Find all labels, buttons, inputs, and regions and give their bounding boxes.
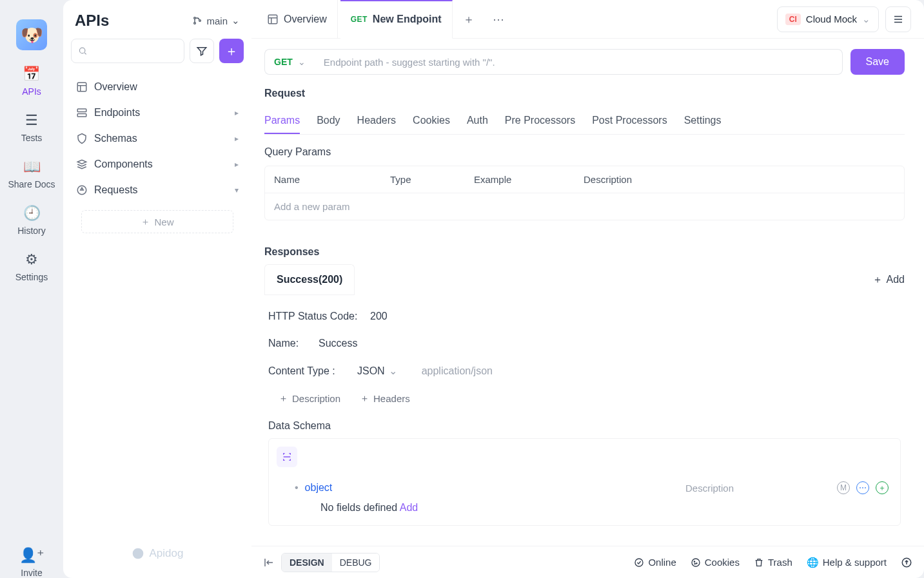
environment-selector[interactable]: Cl Cloud Mock ⌄ (777, 6, 879, 32)
mode-debug[interactable]: DEBUG (332, 554, 380, 572)
plus-icon: ＋ (360, 392, 369, 405)
gear-icon: ⚙ (25, 251, 38, 268)
response-tab-success[interactable]: Success(200) (264, 264, 355, 294)
response-name-label: Name: (268, 338, 307, 349)
req-tab-auth[interactable]: Auth (467, 108, 488, 134)
upload-circle-icon (901, 557, 912, 568)
add-button[interactable]: ＋ (219, 39, 244, 63)
rail-item-tests[interactable]: ☰ Tests (21, 112, 43, 143)
svg-rect-4 (77, 82, 86, 92)
filter-button[interactable] (190, 39, 214, 63)
status-code-value[interactable]: 200 (370, 311, 388, 322)
trash-icon (754, 557, 764, 568)
footer-label: Cookies (705, 557, 740, 568)
tab-add-button[interactable]: ＋ (455, 12, 482, 27)
schema-more-button[interactable]: ⋯ (856, 481, 869, 494)
main-panel: Overview GET New Endpoint ＋ ⋯ Cl Cloud M… (251, 0, 924, 578)
chevron-down-icon: ▾ (235, 186, 239, 195)
invite-icon: 👤⁺ (19, 547, 44, 564)
brand-name: Apidog (150, 547, 184, 560)
svg-rect-9 (268, 15, 277, 24)
tree-item-endpoints[interactable]: Endpoints ▸ (71, 102, 244, 124)
tree-search-input[interactable] (88, 46, 178, 56)
search-icon (78, 46, 88, 56)
tree-new-label: New (154, 217, 173, 227)
plus-icon: ＋ (225, 43, 238, 60)
svg-point-8 (132, 548, 143, 559)
rail-item-history[interactable]: 🕘 History (17, 205, 46, 236)
schema-empty-state: No fields defined Add (269, 498, 900, 525)
req-tab-cookies[interactable]: Cookies (413, 108, 450, 134)
req-tab-settings[interactable]: Settings (684, 108, 722, 134)
add-response-button[interactable]: ＋ Add (872, 273, 905, 287)
response-name-value[interactable]: Success (319, 338, 357, 349)
tab-label: Overview (284, 14, 327, 25)
col-example: Example (474, 174, 584, 185)
mode-design[interactable]: DESIGN (282, 554, 332, 572)
requests-icon (76, 184, 88, 196)
schema-mock-button[interactable]: M (837, 481, 850, 494)
workspace-avatar[interactable]: 🐶 (16, 19, 47, 50)
req-tab-postproc[interactable]: Post Processors (592, 108, 667, 134)
rail-item-invite[interactable]: 👤⁺ Invite (19, 547, 44, 578)
footer-notifications-button[interactable] (901, 557, 912, 568)
schema-description-input[interactable]: Description (685, 483, 734, 494)
rail-item-sharedocs[interactable]: 📖 Share Docs (8, 159, 55, 189)
save-button[interactable]: Save (850, 49, 905, 75)
env-label: Cloud Mock (806, 14, 857, 24)
menu-button[interactable] (885, 6, 911, 32)
apis-icon: 📅 (23, 66, 40, 82)
footer-online[interactable]: Online (634, 557, 676, 568)
schema-root-type[interactable]: object (305, 482, 333, 494)
branch-selector[interactable]: main ⌄ (192, 15, 240, 26)
content-type-selector[interactable]: JSON ⌄ (357, 365, 397, 377)
svg-point-13 (696, 563, 696, 563)
tree-item-requests[interactable]: Requests ▾ (71, 179, 244, 201)
nav-rail: 🐶 📅 APIs ☰ Tests 📖 Share Docs 🕘 History … (0, 0, 63, 578)
svg-point-0 (194, 17, 196, 19)
mode-segment: DESIGN DEBUG (281, 553, 380, 572)
add-description-button[interactable]: ＋ Description (279, 392, 340, 405)
brand-icon (132, 547, 144, 560)
footer-cookies[interactable]: Cookies (691, 557, 740, 568)
schema-generate-button[interactable] (277, 447, 297, 467)
check-circle-icon (634, 557, 644, 568)
schema-add-field-button[interactable]: ＋ (876, 481, 889, 494)
tab-new-endpoint[interactable]: GET New Endpoint (340, 0, 453, 39)
add-param-row[interactable]: Add a new param (265, 193, 904, 220)
request-section-title: Request (264, 88, 905, 99)
tab-more-button[interactable]: ⋯ (485, 12, 512, 26)
svg-point-10 (635, 559, 643, 566)
content-type-label: Content Type : (268, 365, 346, 377)
req-tab-params[interactable]: Params (264, 108, 300, 134)
tree-new-button[interactable]: ＋ New (81, 210, 233, 233)
chevron-down-icon: ⌄ (389, 365, 397, 377)
add-headers-button[interactable]: ＋ Headers (360, 392, 410, 405)
req-tab-body[interactable]: Body (317, 108, 340, 134)
footer-bar: DESIGN DEBUG Online Cookies Trash (251, 546, 924, 578)
url-input[interactable] (315, 49, 843, 75)
req-tab-headers[interactable]: Headers (357, 108, 396, 134)
chevron-right-icon: ▸ (235, 160, 239, 169)
book-icon: 📖 (23, 159, 41, 175)
scan-icon (282, 452, 292, 462)
tree-item-schemas[interactable]: Schemas ▸ (71, 128, 244, 149)
params-table: Name Type Example Description Add a new … (264, 166, 905, 220)
tree-item-overview[interactable]: Overview (71, 76, 244, 98)
rail-item-apis[interactable]: 📅 APIs (22, 66, 41, 97)
footer-help[interactable]: 🌐 Help & support (807, 557, 887, 568)
schemas-icon (76, 133, 88, 144)
schema-empty-add-link[interactable]: Add (400, 502, 418, 513)
footer-label: Trash (768, 557, 792, 568)
tab-overview[interactable]: Overview (257, 0, 338, 39)
footer-trash[interactable]: Trash (754, 557, 792, 568)
tree-item-label: Overview (94, 81, 137, 93)
method-selector[interactable]: GET ⌄ (264, 49, 315, 75)
query-params-title: Query Params (264, 146, 905, 158)
rail-item-settings[interactable]: ⚙ Settings (15, 251, 48, 282)
tree-item-components[interactable]: Components ▸ (71, 153, 244, 175)
req-tab-preproc[interactable]: Pre Processors (505, 108, 575, 134)
footer-label: Online (648, 557, 676, 568)
tree-search[interactable] (71, 39, 184, 63)
collapse-panel-button[interactable] (263, 557, 275, 568)
